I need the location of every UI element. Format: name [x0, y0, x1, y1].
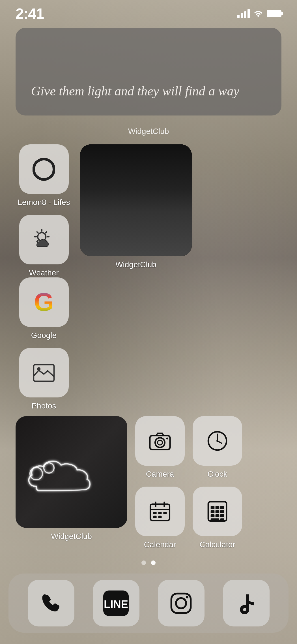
app-item-photos[interactable]: Photos: [16, 348, 72, 410]
small-col-1: Lemon8 - Lifes: [16, 144, 72, 277]
svg-rect-16: [86, 164, 88, 166]
svg-rect-26: [173, 160, 176, 161]
svg-rect-18: [86, 168, 88, 169]
small-col-2: G Google Photos: [16, 277, 72, 410]
app-item-calendar[interactable]: Calendar: [135, 487, 185, 549]
dock-item-tiktok[interactable]: [223, 580, 270, 626]
svg-rect-21: [165, 159, 192, 229]
svg-rect-13: [80, 144, 192, 256]
svg-line-37: [136, 224, 179, 256]
svg-line-11: [37, 240, 38, 241]
svg-rect-22: [171, 153, 188, 229]
svg-rect-71: [220, 518, 224, 521]
page-dot-2: [151, 560, 156, 565]
svg-point-76: [186, 596, 188, 598]
camera-icon[interactable]: [135, 416, 185, 466]
app-item-weather[interactable]: Weather: [16, 215, 72, 277]
svg-rect-64: [211, 510, 215, 513]
neon-widget-label: WidgetClub: [16, 532, 127, 541]
main-content: Give them light and they will find a way…: [0, 25, 297, 565]
page-indicator: [16, 560, 281, 565]
svg-rect-68: [216, 514, 219, 517]
svg-rect-14: [80, 167, 97, 229]
calculator-icon[interactable]: [193, 487, 242, 536]
app-row-2: G Google Photos: [16, 277, 281, 410]
svg-line-36: [94, 224, 136, 256]
svg-line-8: [37, 232, 38, 233]
weather-icon[interactable]: [19, 215, 69, 264]
clock-icon[interactable]: [193, 416, 242, 466]
svg-rect-28: [80, 224, 192, 256]
calendar-label: Calendar: [144, 540, 176, 549]
battery-icon: [267, 10, 281, 17]
calculator-label: Calculator: [199, 540, 235, 549]
svg-point-34: [134, 183, 138, 188]
svg-rect-27: [178, 160, 180, 161]
photos-icon[interactable]: [19, 348, 69, 397]
right-row-2: Calendar: [135, 487, 242, 549]
svg-rect-17: [89, 164, 91, 166]
app-item-calculator[interactable]: Calculator: [193, 487, 242, 549]
svg-line-10: [46, 232, 47, 233]
svg-rect-59: [158, 516, 162, 518]
svg-rect-29: [132, 225, 135, 232]
right-row-1: Camera Clock: [135, 416, 242, 479]
svg-rect-63: [220, 506, 224, 509]
neon-cloud-widget[interactable]: [16, 416, 127, 528]
status-icons: [237, 9, 281, 19]
svg-text:LINE: LINE: [104, 598, 128, 610]
line-icon[interactable]: LINE: [93, 580, 139, 626]
quote-widget: Give them light and they will find a way: [16, 28, 281, 115]
svg-rect-33: [132, 186, 140, 189]
svg-rect-62: [216, 506, 219, 509]
app-item-clock[interactable]: Clock: [193, 416, 242, 479]
svg-rect-20: [86, 171, 88, 172]
lemon8-icon[interactable]: [19, 144, 69, 194]
svg-rect-61: [211, 506, 215, 509]
dock-item-phone[interactable]: [28, 580, 74, 626]
svg-point-35: [132, 181, 140, 190]
svg-rect-58: [153, 516, 157, 518]
city-widget-container: WidgetClub: [80, 144, 192, 269]
svg-rect-57: [163, 512, 167, 514]
dock: LINE: [8, 574, 289, 633]
lemon8-label: Lemon8 - Lifes: [18, 198, 70, 207]
city-widget[interactable]: [80, 144, 192, 256]
google-icon[interactable]: G: [19, 277, 69, 327]
svg-rect-69: [220, 514, 224, 517]
camera-label: Camera: [146, 470, 174, 479]
app-item-google[interactable]: G Google: [16, 277, 72, 340]
svg-rect-32: [135, 187, 137, 224]
quote-text: Give them light and they will find a way: [31, 82, 266, 100]
google-label: Google: [31, 331, 57, 340]
city-image: [80, 144, 192, 256]
phone-icon[interactable]: [28, 580, 74, 626]
svg-rect-25: [182, 156, 184, 157]
wifi-icon: [253, 9, 263, 19]
dock-item-line[interactable]: LINE: [93, 580, 139, 626]
google-g-letter: G: [34, 288, 54, 317]
svg-rect-19: [89, 168, 91, 169]
svg-rect-15: [84, 161, 94, 229]
dock-item-instagram[interactable]: [158, 580, 205, 626]
tiktok-icon[interactable]: [223, 580, 270, 626]
app-item-camera[interactable]: Camera: [135, 416, 185, 479]
app-item-lemon8[interactable]: Lemon8 - Lifes: [16, 144, 72, 207]
page-dot-1: [141, 560, 146, 565]
svg-rect-12: [80, 144, 192, 256]
signal-icon: [237, 9, 250, 18]
svg-point-39: [37, 367, 41, 371]
weather-label: Weather: [29, 268, 59, 277]
svg-point-75: [176, 598, 186, 608]
status-time: 2:41: [16, 5, 44, 22]
instagram-icon[interactable]: [158, 580, 205, 626]
svg-point-46: [166, 438, 168, 440]
svg-rect-65: [216, 510, 219, 513]
widgetclub-label-top: WidgetClub: [16, 127, 281, 136]
svg-rect-23: [173, 156, 176, 157]
city-widget-label: WidgetClub: [80, 260, 192, 269]
neon-widget-container: WidgetClub: [16, 416, 127, 541]
svg-rect-67: [211, 514, 215, 517]
svg-rect-31: [132, 245, 135, 252]
calendar-icon[interactable]: [135, 487, 185, 536]
